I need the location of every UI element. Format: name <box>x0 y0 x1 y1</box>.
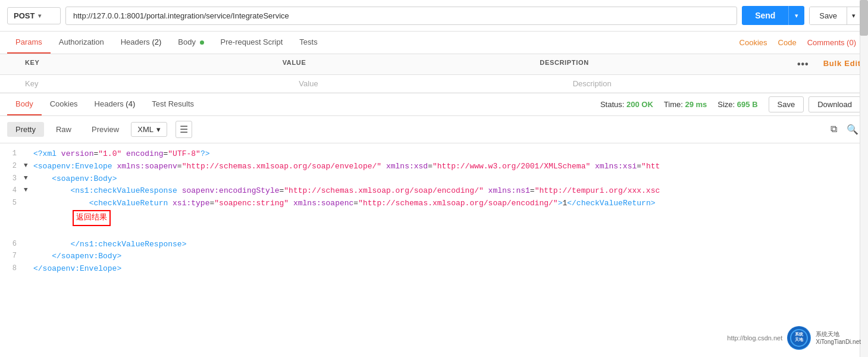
response-tabs-bar: Body Cookies Headers (4) Test Results St… <box>0 93 868 116</box>
size-value: 695 B <box>737 100 758 109</box>
line-content-3: <soapenv:Body> <box>33 173 868 186</box>
tab-tests[interactable]: Tests <box>291 32 325 54</box>
code-line-8: 8 </soapenv:Envelope> <box>0 263 868 275</box>
code-line-3: 3 ▼ <soapenv:Body> <box>0 173 868 186</box>
params-table-header: KEY VALUE DESCRIPTION ••• Bulk Edit <box>0 54 868 75</box>
description-col-header: DESCRIPTION <box>532 54 790 74</box>
tab-authorization[interactable]: Authorization <box>51 32 112 54</box>
line-num-7: 7 <box>0 250 24 262</box>
response-status-bar: Status: 200 OK Time: 29 ms Size: 695 B S… <box>600 96 861 112</box>
line-content-7: </soapenv:Body> <box>33 250 868 263</box>
save-top-button[interactable]: Save <box>810 7 847 24</box>
method-chevron-icon: ▾ <box>38 12 41 19</box>
method-value: POST <box>14 11 35 20</box>
code-line-4: 4 ▼ <ns1:checkValueResponse soapenv:enco… <box>0 185 868 198</box>
format-tab-preview[interactable]: Preview <box>83 122 127 137</box>
line-content-1: <?xml version="1.0" encoding="UTF-8"?> <box>33 148 868 161</box>
line-content-6: </ns1:checkValueResponse> <box>33 239 868 251</box>
checkbox-col-header <box>0 54 18 74</box>
code-line-7: 7 </soapenv:Body> <box>0 250 868 263</box>
format-select-chevron-icon: ▾ <box>156 125 161 134</box>
line-toggle-2[interactable]: ▼ <box>24 161 33 171</box>
params-table-wrapper: KEY VALUE DESCRIPTION ••• Bulk Edit Key … <box>0 54 868 93</box>
tab-params[interactable]: Params <box>7 32 51 54</box>
row-more <box>839 75 854 92</box>
response-tab-headers[interactable]: Headers (4) <box>86 93 144 115</box>
response-tab-body[interactable]: Body <box>7 93 42 115</box>
copy-icon[interactable]: ⧉ <box>828 121 839 137</box>
tab-body[interactable]: Body <box>170 32 212 54</box>
line-content-2: <soapenv:Envelope xmlns:soapenv="http://… <box>33 161 868 173</box>
tab-pre-request-script[interactable]: Pre-request Script <box>212 32 292 54</box>
response-actions: Save Download <box>769 96 861 112</box>
code-line-1: 1 <?xml version="1.0" encoding="UTF-8"?> <box>0 148 868 161</box>
line-num-8: 8 <box>0 263 24 274</box>
size-label: Size: 695 B <box>717 100 757 109</box>
status-label: Status: 200 OK <box>600 100 653 109</box>
line-content-5: <checkValueReturn xsi:type="soapenc:stri… <box>33 198 868 238</box>
line-num-3: 3 <box>0 173 24 184</box>
right-tabs: Cookies Code Comments (0) <box>735 32 861 53</box>
params-table-row: Key Value Description <box>0 75 868 93</box>
line-content-8: </soapenv:Envelope> <box>33 263 868 275</box>
send-dropdown-button[interactable]: ▾ <box>788 6 804 25</box>
value-col-header: VALUE <box>275 54 533 74</box>
send-button[interactable]: Send <box>742 6 788 25</box>
line-toggle-3[interactable]: ▼ <box>24 173 33 184</box>
code-link[interactable]: Code <box>773 32 801 53</box>
response-section: Body Cookies Headers (4) Test Results St… <box>0 93 868 280</box>
code-block: 1 <?xml version="1.0" encoding="UTF-8"?>… <box>0 143 868 280</box>
code-line-2: 2 ▼ <soapenv:Envelope xmlns:soapenv="htt… <box>0 161 868 173</box>
request-tabs: Params Authorization Headers (2) Body Pr… <box>0 32 868 54</box>
code-line-6: 6 </ns1:checkValueResponse> <box>0 239 868 251</box>
key-cell[interactable]: Key <box>18 75 292 92</box>
response-download-button[interactable]: Download <box>809 96 861 112</box>
format-select-value: XML <box>137 125 153 134</box>
line-num-6: 6 <box>0 239 24 250</box>
status-value: 200 OK <box>626 100 653 109</box>
line-content-4: <ns1:checkValueResponse soapenv:encoding… <box>33 185 868 198</box>
line-num-5: 5 <box>0 198 24 209</box>
description-cell[interactable]: Description <box>566 75 839 92</box>
format-tab-raw[interactable]: Raw <box>48 122 80 137</box>
code-line-5: 5 <checkValueReturn xsi:type="soapenc:st… <box>0 198 868 238</box>
annotation-label: 返回结果 <box>76 213 107 222</box>
method-select[interactable]: POST ▾ <box>7 7 61 24</box>
comments-link[interactable]: Comments (0) <box>803 32 861 53</box>
save-btn-group: Save ▾ <box>809 7 861 25</box>
format-select[interactable]: XML ▾ <box>131 122 167 137</box>
wrap-icon[interactable]: ☰ <box>176 121 192 138</box>
line-num-4: 4 <box>0 185 24 196</box>
response-tab-test-results[interactable]: Test Results <box>143 93 202 115</box>
key-col-header: KEY <box>18 54 275 74</box>
send-btn-group: Send ▾ <box>742 6 804 25</box>
save-dropdown-button[interactable]: ▾ <box>847 7 860 24</box>
line-toggle-4[interactable]: ▼ <box>24 185 33 196</box>
line-num-1: 1 <box>0 148 24 159</box>
response-tab-cookies[interactable]: Cookies <box>42 93 86 115</box>
time-label: Time: 29 ms <box>664 100 707 109</box>
value-cell[interactable]: Value <box>292 75 565 92</box>
row-checkbox <box>0 75 18 92</box>
format-tabs-bar: Pretty Raw Preview XML ▾ ☰ ⧉ 🔍 <box>0 116 868 143</box>
format-tab-pretty[interactable]: Pretty <box>7 122 44 137</box>
scrollbar-thumb[interactable] <box>860 0 868 36</box>
response-save-button[interactable]: Save <box>769 96 804 112</box>
more-options-btn[interactable]: ••• <box>790 54 816 74</box>
url-input[interactable] <box>65 7 737 25</box>
scrollbar-track <box>860 0 868 280</box>
line-num-2: 2 <box>0 161 24 172</box>
time-value: 29 ms <box>685 100 707 109</box>
top-bar: POST ▾ Send ▾ Save ▾ <box>0 0 868 32</box>
right-icons: ⧉ 🔍 <box>828 121 861 137</box>
search-icon[interactable]: 🔍 <box>844 121 861 137</box>
tab-headers[interactable]: Headers (2) <box>112 32 170 54</box>
cookies-link[interactable]: Cookies <box>735 32 772 53</box>
